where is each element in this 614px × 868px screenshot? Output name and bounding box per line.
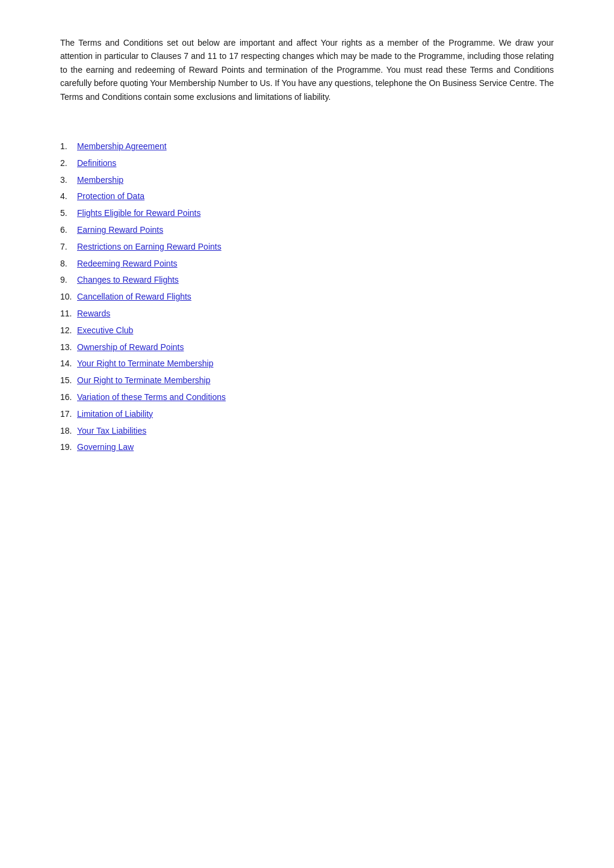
toc-item-number: 1. [60, 140, 77, 154]
toc-list-item: 10.Cancellation of Reward Flights [60, 290, 554, 304]
toc-list-item: 8.Redeeming Reward Points [60, 257, 554, 271]
toc-item-number: 3. [60, 173, 77, 188]
toc-item-link[interactable]: Flights Eligible for Reward Points [77, 206, 200, 221]
toc-list-item: 1.Membership Agreement [60, 140, 554, 154]
toc-list-item: 3.Membership [60, 173, 554, 188]
toc-item-number: 7. [60, 240, 77, 254]
toc-list-item: 6.Earning Reward Points [60, 223, 554, 238]
toc-section: 1.Membership Agreement2.Definitions3.Mem… [60, 140, 554, 455]
toc-item-number: 11. [60, 307, 77, 321]
toc-list-item: 16.Variation of these Terms and Conditio… [60, 390, 554, 405]
toc-item-number: 10. [60, 290, 77, 304]
toc-item-link[interactable]: Earning Reward Points [77, 223, 163, 238]
toc-item-number: 4. [60, 189, 77, 204]
toc-list-item: 15.Our Right to Terminate Membership [60, 374, 554, 388]
toc-item-link[interactable]: Limitation of Liability [77, 407, 153, 422]
toc-item-number: 8. [60, 257, 77, 271]
toc-item-number: 5. [60, 206, 77, 221]
toc-item-link[interactable]: Executive Club [77, 324, 133, 338]
toc-item-link[interactable]: Your Right to Terminate Membership [77, 357, 213, 371]
toc-item-number: 17. [60, 407, 77, 422]
toc-list-item: 17.Limitation of Liability [60, 407, 554, 422]
toc-list-item: 9.Changes to Reward Flights [60, 273, 554, 288]
toc-item-link[interactable]: Restrictions on Earning Reward Points [77, 240, 222, 254]
toc-list-item: 12.Executive Club [60, 324, 554, 338]
toc-item-number: 9. [60, 273, 77, 288]
toc-item-link[interactable]: Protection of Data [77, 189, 144, 204]
toc-item-link[interactable]: Membership Agreement [77, 140, 167, 154]
toc-item-number: 16. [60, 390, 77, 405]
toc-item-link[interactable]: Redeeming Reward Points [77, 257, 178, 271]
toc-list-item: 13.Ownership of Reward Points [60, 340, 554, 355]
toc-item-number: 14. [60, 357, 77, 371]
toc-item-link[interactable]: Your Tax Liabilities [77, 424, 146, 439]
toc-item-number: 13. [60, 340, 77, 355]
toc-item-link[interactable]: Our Right to Terminate Membership [77, 374, 211, 388]
toc-item-link[interactable]: Definitions [77, 156, 116, 171]
toc-item-number: 18. [60, 424, 77, 439]
toc-item-link[interactable]: Changes to Reward Flights [77, 273, 179, 288]
toc-item-number: 19. [60, 440, 77, 455]
toc-item-link[interactable]: Rewards [77, 307, 110, 321]
toc-item-link[interactable]: Ownership of Reward Points [77, 340, 184, 355]
toc-list-item: 18.Your Tax Liabilities [60, 424, 554, 439]
toc-list-item: 4.Protection of Data [60, 189, 554, 204]
toc-item-link[interactable]: Governing Law [77, 440, 134, 455]
toc-list-item: 11.Rewards [60, 307, 554, 321]
toc-list-item: 14.Your Right to Terminate Membership [60, 357, 554, 371]
toc-item-number: 6. [60, 223, 77, 238]
toc-item-link[interactable]: Membership [77, 173, 123, 188]
toc-list-item: 2.Definitions [60, 156, 554, 171]
toc-item-number: 2. [60, 156, 77, 171]
page-container: The Terms and Conditions set out below a… [0, 0, 614, 493]
toc-list-item: 5.Flights Eligible for Reward Points [60, 206, 554, 221]
toc-item-number: 15. [60, 374, 77, 388]
toc-item-number: 12. [60, 324, 77, 338]
toc-item-link[interactable]: Cancellation of Reward Flights [77, 290, 191, 304]
toc-list-item: 7.Restrictions on Earning Reward Points [60, 240, 554, 254]
toc-list: 1.Membership Agreement2.Definitions3.Mem… [60, 140, 554, 455]
toc-item-link[interactable]: Variation of these Terms and Conditions [77, 390, 226, 405]
intro-paragraph: The Terms and Conditions set out below a… [60, 36, 554, 103]
toc-list-item: 19.Governing Law [60, 440, 554, 455]
